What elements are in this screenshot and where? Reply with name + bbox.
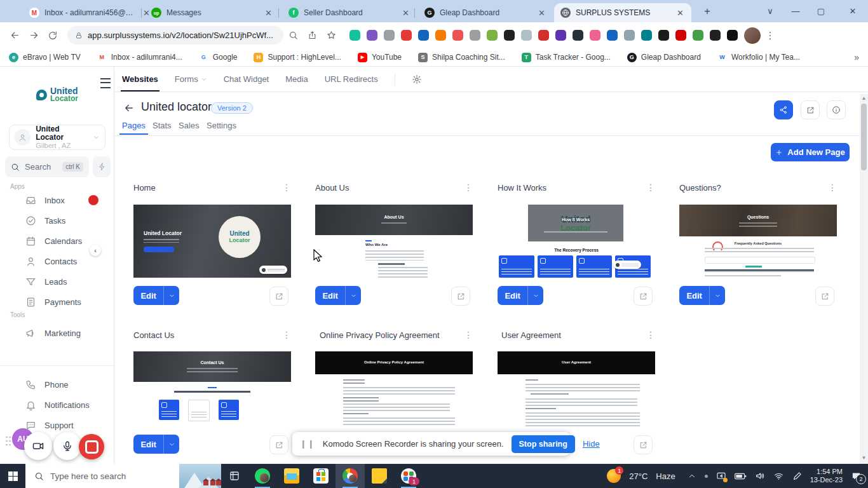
extension-icon[interactable]: [710, 30, 721, 41]
tab-close-icon[interactable]: ✕: [264, 8, 273, 18]
tab-media[interactable]: Media: [285, 74, 308, 84]
extension-icon[interactable]: [401, 30, 412, 41]
page-thumbnail-home[interactable]: United Locator United Locator: [133, 205, 291, 278]
extension-icon[interactable]: [349, 30, 360, 41]
bookmark-star-icon[interactable]: [322, 26, 341, 45]
extension-icon[interactable]: [624, 30, 635, 41]
sidebar-item-marketing[interactable]: Marketing: [0, 323, 114, 342]
sidebar-item-phone[interactable]: Phone: [0, 375, 114, 394]
tab-forms[interactable]: Forms: [175, 74, 207, 84]
browser-menu-kebab-icon[interactable]: ⋮: [761, 26, 780, 45]
extension-icon[interactable]: [573, 30, 583, 41]
screen-share-tray-icon[interactable]: [716, 471, 726, 481]
page-thumbnail-privacy[interactable]: Online Privacy Policy Agreement: [315, 351, 473, 428]
sidebar-item-tasks[interactable]: Tasks: [0, 211, 114, 230]
tab-close-icon[interactable]: ✕: [537, 8, 546, 18]
taskbar-app-ms-store[interactable]: [306, 464, 336, 488]
recorder-camera-button[interactable]: [24, 432, 52, 460]
taskbar-search-input[interactable]: Type here to search: [25, 464, 221, 488]
forward-icon[interactable]: [24, 26, 43, 45]
chevron-down-icon[interactable]: [163, 286, 179, 305]
reload-icon[interactable]: [43, 26, 62, 45]
bookmark-item[interactable]: eeBravo | Web TV: [9, 53, 81, 62]
zoom-search-icon[interactable]: [283, 26, 302, 45]
bookmark-item[interactable]: MInbox - adilumrani4...: [97, 53, 182, 62]
bookmark-item[interactable]: GGleap Dashboard: [627, 53, 701, 62]
sidebar-item-notifications[interactable]: Notifications: [0, 395, 114, 414]
sidebar-search-input[interactable]: Search ctrl K: [5, 156, 89, 177]
page-thumbnail-user-agreement[interactable]: User Agreement: [498, 351, 655, 428]
chevron-down-icon[interactable]: [527, 286, 543, 305]
chevron-down-icon[interactable]: [709, 286, 725, 305]
extension-icon[interactable]: [538, 30, 549, 41]
weather-icon[interactable]: 1: [607, 469, 621, 483]
quick-actions-button[interactable]: [93, 156, 111, 177]
sidebar-item-leads[interactable]: Leads: [0, 272, 114, 291]
extension-icon[interactable]: [521, 30, 532, 41]
task-view-button[interactable]: [221, 464, 248, 488]
drag-handle-icon[interactable]: ❙❙: [300, 439, 315, 449]
address-bar[interactable]: app.surplussystems.io/v2/location/Sw21Uj…: [67, 26, 283, 44]
extension-icon[interactable]: [487, 30, 498, 41]
page-thumbnail-contact[interactable]: Contact Us: [133, 351, 291, 426]
tab-websites[interactable]: Websites: [122, 74, 158, 84]
extension-icon[interactable]: [555, 30, 566, 41]
window-close-button[interactable]: ✕: [840, 0, 865, 22]
card-menu-kebab-icon[interactable]: ⋮: [464, 330, 473, 340]
tab-sales[interactable]: Sales: [179, 121, 200, 130]
location-switcher[interactable]: United Locator Gilbert , AZ: [9, 125, 105, 150]
card-menu-kebab-icon[interactable]: ⋮: [646, 182, 655, 193]
info-button[interactable]: [827, 100, 846, 119]
bookmark-item[interactable]: HSupport : HighLevel...: [254, 53, 341, 62]
window-minimize-button[interactable]: —: [783, 0, 808, 22]
scrollbar-thumb[interactable]: [861, 104, 867, 170]
bookmark-item[interactable]: GGoogle: [199, 53, 238, 62]
stop-sharing-button[interactable]: Stop sharing: [512, 435, 575, 453]
card-menu-kebab-icon[interactable]: ⋮: [282, 330, 291, 340]
tray-dot-icon[interactable]: [705, 475, 708, 478]
browser-profile-avatar[interactable]: [744, 27, 761, 44]
page-thumbnail-how-it-works[interactable]: United Locator How It Works The Recovery…: [498, 205, 655, 278]
extension-icon[interactable]: [435, 30, 446, 41]
new-tab-button[interactable]: +: [698, 0, 717, 22]
extension-icon[interactable]: [367, 30, 377, 41]
extension-icon[interactable]: [607, 30, 618, 41]
browser-tab-upwork[interactable]: up Messages ✕: [145, 3, 280, 22]
tab-close-icon[interactable]: ✕: [401, 8, 410, 18]
open-site-button[interactable]: [801, 100, 820, 119]
tab-settings[interactable]: Settings: [207, 121, 236, 130]
recorder-mic-button[interactable]: [53, 432, 81, 460]
page-thumbnail-questions[interactable]: Questions Frequently Asked Questions: [679, 205, 837, 278]
card-menu-kebab-icon[interactable]: ⋮: [464, 182, 473, 193]
sidebar-item-inbox[interactable]: Inbox: [0, 191, 114, 210]
edit-page-button[interactable]: Edit: [498, 286, 543, 305]
taskbar-app-chrome[interactable]: [336, 464, 365, 488]
chevron-down-icon[interactable]: [163, 435, 179, 454]
browser-tab-gmail[interactable]: M Inbox - adilumrani456@gm: ✕: [23, 3, 158, 22]
extension-icon[interactable]: [727, 30, 738, 41]
edit-page-button[interactable]: Edit: [133, 286, 179, 305]
edit-page-button[interactable]: Edit: [679, 286, 725, 305]
extension-icon[interactable]: [470, 30, 480, 41]
bookmarks-overflow-chevron[interactable]: »: [854, 52, 868, 62]
action-center-icon[interactable]: 2: [851, 471, 862, 482]
bookmark-item[interactable]: WWorkfolio | My Tea...: [717, 53, 800, 62]
taskbar-app-teams[interactable]: 1: [394, 464, 423, 488]
tab-pages[interactable]: Pages: [122, 121, 146, 130]
extension-icon[interactable]: [693, 30, 703, 41]
card-menu-kebab-icon[interactable]: ⋮: [646, 330, 655, 340]
weather-condition[interactable]: Haze: [656, 471, 675, 481]
extension-icon[interactable]: [590, 30, 600, 41]
back-button[interactable]: [123, 102, 135, 114]
extension-icon[interactable]: [418, 30, 429, 41]
tab-url-redirects[interactable]: URL Redirects: [325, 74, 378, 84]
wifi-icon[interactable]: [773, 471, 784, 481]
page-thumbnail-about[interactable]: About Us Who We Are: [315, 205, 473, 278]
extension-icon[interactable]: [658, 30, 669, 41]
sidebar-collapse-icon[interactable]: ‹: [90, 245, 101, 256]
extension-icon[interactable]: [504, 30, 515, 41]
start-button[interactable]: [0, 464, 25, 488]
extension-icon[interactable]: [675, 30, 686, 41]
preview-page-button[interactable]: [451, 287, 470, 306]
taskbar-app-sticky-notes[interactable]: [365, 464, 394, 488]
